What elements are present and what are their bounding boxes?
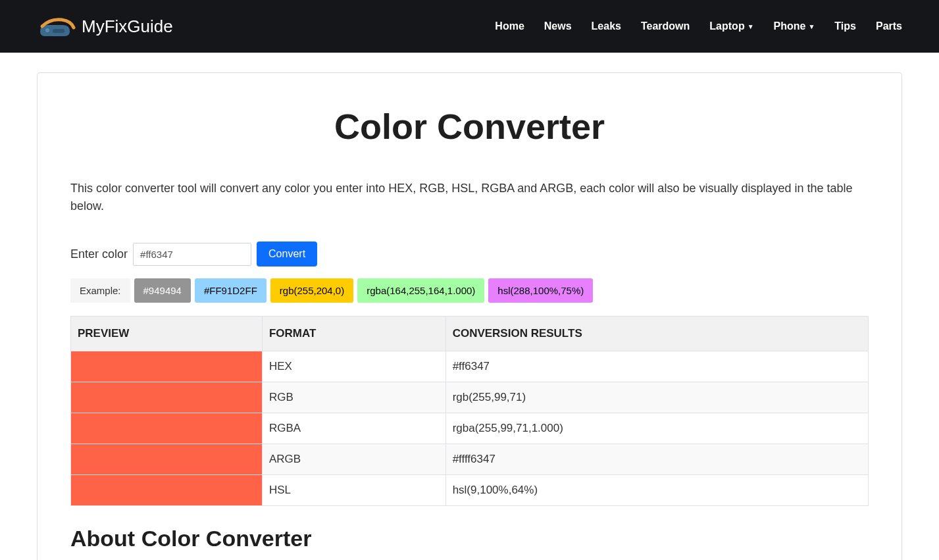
nav-item-news[interactable]: News — [544, 20, 572, 32]
convert-button[interactable]: Convert — [257, 242, 317, 267]
about-title: About Color Converter — [70, 526, 869, 551]
nav-item-tips[interactable]: Tips — [834, 20, 856, 32]
format-cell: HEX — [262, 351, 445, 382]
nav-item-parts[interactable]: Parts — [876, 20, 902, 32]
table-row: RGBArgba(255,99,71,1.000) — [71, 413, 869, 444]
nav-items: HomeNewsLeaksTeardownLaptop▼Phone▼TipsPa… — [495, 20, 902, 32]
results-table: PREVIEW FORMAT CONVERSION RESULTS HEX#ff… — [70, 316, 869, 506]
chevron-down-icon: ▼ — [748, 23, 754, 30]
main-card: Color Converter This color converter too… — [37, 72, 902, 560]
preview-cell — [71, 475, 263, 506]
header-results: CONVERSION RESULTS — [445, 317, 868, 351]
brand-name: MyFixGuide — [82, 16, 173, 37]
format-cell: ARGB — [262, 444, 445, 475]
format-cell: RGB — [262, 382, 445, 413]
example-chip[interactable]: #949494 — [134, 278, 191, 303]
result-cell: rgb(255,99,71) — [445, 382, 868, 413]
color-input[interactable] — [133, 243, 251, 266]
example-chip[interactable]: rgb(255,204,0) — [270, 278, 353, 303]
description-text: This color converter tool will convert a… — [70, 180, 869, 215]
nav-item-label: Parts — [876, 20, 902, 32]
nav-item-label: Leaks — [592, 20, 621, 32]
table-row: HSLhsl(9,100%,64%) — [71, 475, 869, 506]
example-chip[interactable]: hsl(288,100%,75%) — [488, 278, 593, 303]
brand-logo[interactable]: MyFixGuide — [37, 13, 173, 39]
example-chip[interactable]: rgba(164,255,164,1.000) — [357, 278, 484, 303]
nav-item-teardown[interactable]: Teardown — [641, 20, 690, 32]
chevron-down-icon: ▼ — [808, 23, 815, 30]
nav-item-label: Phone — [774, 20, 806, 32]
nav-item-home[interactable]: Home — [495, 20, 524, 32]
nav-item-leaks[interactable]: Leaks — [592, 20, 621, 32]
nav-item-label: Home — [495, 20, 524, 32]
preview-cell — [71, 444, 263, 475]
nav-item-phone[interactable]: Phone▼ — [774, 20, 815, 32]
table-row: HEX#ff6347 — [71, 351, 869, 382]
navbar: MyFixGuide HomeNewsLeaksTeardownLaptop▼P… — [0, 0, 939, 53]
nav-item-label: Laptop — [709, 20, 744, 32]
page-title: Color Converter — [70, 106, 869, 147]
example-chip[interactable]: #FF91D2FF — [195, 278, 266, 303]
nav-item-laptop[interactable]: Laptop▼ — [709, 20, 753, 32]
result-cell: #ffff6347 — [445, 444, 868, 475]
logo-icon — [37, 13, 76, 39]
input-label: Enter color — [70, 247, 128, 261]
result-cell: rgba(255,99,71,1.000) — [445, 413, 868, 444]
preview-cell — [71, 351, 263, 382]
result-cell: hsl(9,100%,64%) — [445, 475, 868, 506]
result-cell: #ff6347 — [445, 351, 868, 382]
format-cell: HSL — [262, 475, 445, 506]
table-row: ARGB#ffff6347 — [71, 444, 869, 475]
input-row: Enter color Convert — [70, 242, 869, 267]
format-cell: RGBA — [262, 413, 445, 444]
svg-point-0 — [45, 28, 49, 32]
header-format: FORMAT — [262, 317, 445, 351]
nav-item-label: Teardown — [641, 20, 690, 32]
example-row: Example: #949494#FF91D2FFrgb(255,204,0)r… — [70, 278, 869, 303]
svg-rect-1 — [53, 29, 64, 33]
nav-item-label: Tips — [834, 20, 856, 32]
preview-cell — [71, 413, 263, 444]
preview-cell — [71, 382, 263, 413]
header-preview: PREVIEW — [71, 317, 263, 351]
table-row: RGBrgb(255,99,71) — [71, 382, 869, 413]
example-label: Example: — [70, 278, 130, 303]
nav-item-label: News — [544, 20, 572, 32]
